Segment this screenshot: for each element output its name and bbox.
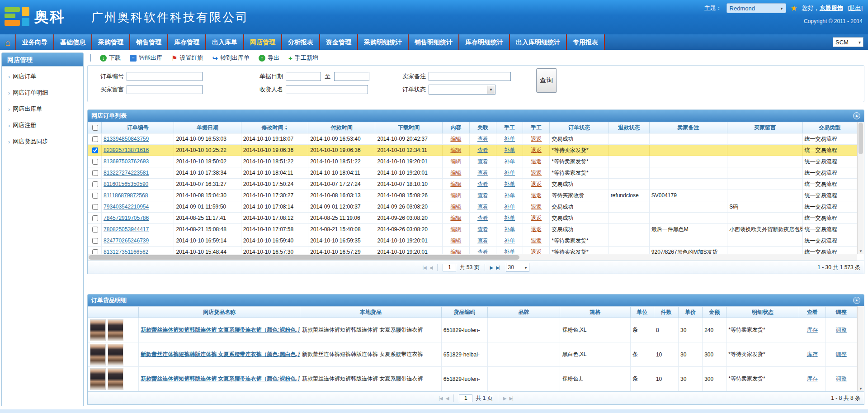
sidebar-item-1[interactable]: ›网店订单	[2, 68, 83, 85]
supplement-link[interactable]: 补单	[504, 181, 515, 187]
view-link[interactable]: 查看	[477, 158, 488, 165]
row-checkbox[interactable]	[92, 170, 98, 176]
return-link[interactable]: 退返	[531, 170, 542, 176]
favorite-star-icon[interactable]: ★	[791, 4, 797, 13]
return-link[interactable]: 退返	[531, 158, 542, 165]
logout-link[interactable]: [退出]	[848, 4, 863, 12]
adjust-link[interactable]: 调整	[836, 327, 847, 333]
return-link[interactable]: 退返	[531, 237, 542, 244]
order-no-link[interactable]: 793403542210954	[104, 204, 149, 210]
product-name-link[interactable]: 新款蕾丝连体裤短裤韩版连体裤 女夏系腰带连衣裤（颜色:黑白色,尺码:	[141, 351, 300, 357]
order-no-input[interactable]	[127, 72, 203, 81]
edit-link[interactable]: 编辑	[450, 147, 461, 153]
nav-tab-12[interactable]: 库存明细统计	[459, 34, 510, 50]
buyer-message-input[interactable]	[127, 85, 203, 94]
scm-select[interactable]: SCM ▾	[833, 37, 863, 47]
scroll-down-icon[interactable]: ▼	[858, 387, 864, 391]
sidebar-item-2[interactable]: ›网店订单明细	[2, 85, 83, 101]
order-no-link[interactable]: 813697503762693	[104, 158, 149, 165]
view-link[interactable]: 查看	[477, 136, 488, 142]
view-link[interactable]: 查看	[477, 204, 488, 210]
order-no-link[interactable]: 813227274223581	[104, 170, 149, 176]
nav-tab-11[interactable]: 销售明细统计	[409, 34, 459, 50]
vertical-scrollbar[interactable]: ▼	[857, 122, 864, 254]
edit-link[interactable]: 编辑	[450, 237, 461, 244]
row-checkbox[interactable]	[92, 204, 98, 210]
row-checkbox[interactable]	[92, 215, 98, 221]
seller-note-input[interactable]	[429, 72, 511, 81]
nav-tab-1[interactable]: 业务向导	[16, 34, 54, 50]
toolbar-download-button[interactable]: ↓下载	[100, 54, 121, 62]
return-link[interactable]: 退返	[531, 215, 542, 221]
nav-tab-2[interactable]: 基础信息	[54, 34, 92, 50]
view-link[interactable]: 查看	[477, 226, 488, 233]
view-link[interactable]: 查看	[477, 249, 488, 254]
scroll-down-icon[interactable]: ▼	[858, 249, 864, 253]
stock-link[interactable]: 库存	[807, 375, 818, 382]
edit-link[interactable]: 编辑	[450, 136, 461, 142]
order-row[interactable]: 8111868798725682014-10-08 15:04:302014-1…	[88, 190, 857, 201]
supplement-link[interactable]: 补单	[504, 158, 515, 165]
horizontal-scrollbar[interactable]	[88, 254, 857, 261]
view-link[interactable]: 查看	[477, 170, 488, 176]
order-row[interactable]: 8247702652467392014-10-10 16:59:142014-1…	[88, 235, 857, 247]
vertical-scrollbar[interactable]: ▼	[857, 306, 864, 391]
nav-tab-8[interactable]: 分析报表	[282, 34, 320, 50]
order-no-link[interactable]: 813127351166562	[104, 249, 148, 254]
order-row[interactable]: 8136975037626932014-10-10 18:50:022014-1…	[88, 156, 857, 167]
return-link[interactable]: 退返	[531, 181, 542, 187]
doc-date-from-input[interactable]	[286, 72, 321, 81]
nav-tab-9[interactable]: 资金管理	[320, 34, 358, 50]
order-no-link[interactable]: 811186879872568	[104, 192, 148, 199]
supplement-link[interactable]: 补单	[504, 215, 515, 221]
toolbar-smart-outbound-button[interactable]: ≡智能出库	[130, 54, 162, 62]
doc-date-to-input[interactable]	[334, 72, 369, 81]
product-name-link[interactable]: 新款蕾丝连体裤短裤韩版连体裤 女夏系腰带连衣裤（颜色:裸粉色,尺码:	[141, 327, 300, 333]
edit-link[interactable]: 编辑	[450, 249, 461, 254]
supplement-link[interactable]: 补单	[504, 204, 515, 210]
order-row[interactable]: 8133948508437592014-10-09 16:53:032014-1…	[88, 133, 857, 145]
sidebar-item-4[interactable]: ›网店注册	[2, 117, 83, 133]
receiver-name-input[interactable]	[286, 85, 368, 94]
view-link[interactable]: 查看	[477, 147, 488, 153]
supplement-link[interactable]: 补单	[504, 147, 515, 153]
next-page-button[interactable]: ▶	[490, 265, 493, 270]
view-link[interactable]: 查看	[477, 237, 488, 244]
adjust-link[interactable]: 调整	[836, 375, 847, 382]
edit-link[interactable]: 编辑	[450, 226, 461, 233]
row-checkbox[interactable]	[92, 249, 98, 254]
toolbar-export-button[interactable]: ↑导出	[259, 54, 279, 62]
return-link[interactable]: 退返	[531, 204, 542, 210]
edit-link[interactable]: 编辑	[450, 204, 461, 210]
supplement-link[interactable]: 补单	[504, 192, 515, 199]
order-no-link[interactable]: 813394850843759	[104, 136, 149, 142]
page-number-input[interactable]	[443, 264, 456, 271]
edit-link[interactable]: 编辑	[450, 170, 461, 176]
home-button[interactable]: ⌂	[0, 34, 16, 50]
page-number-input[interactable]	[459, 394, 472, 402]
toolbar-red-flag-button[interactable]: ⚑设置红旗	[171, 54, 203, 62]
supplement-link[interactable]: 补单	[504, 237, 515, 244]
detail-row[interactable]: 新款蕾丝连体裤短裤韩版连体裤 女夏系腰带连衣裤（颜色:裸粉色,尺码:新款蕾丝连体…	[88, 367, 857, 391]
order-row[interactable]: 7934035422109542014-09-01 11:59:502014-1…	[88, 201, 857, 213]
query-button[interactable]: 查询	[536, 68, 557, 93]
return-link[interactable]: 退返	[531, 136, 542, 142]
toolbar-manual-add-button[interactable]: +手工新增	[288, 54, 318, 62]
row-checkbox[interactable]	[92, 147, 98, 153]
prev-page-button[interactable]: ◀	[446, 396, 449, 401]
nav-tab-3[interactable]: 采购管理	[92, 34, 130, 50]
first-page-button[interactable]: |◀	[422, 265, 426, 270]
supplement-link[interactable]: 补单	[504, 249, 515, 254]
stock-link[interactable]: 库存	[807, 351, 818, 357]
view-link[interactable]: 查看	[477, 215, 488, 221]
order-row[interactable]: 7808250539444172014-08-21 15:08:482014-1…	[88, 224, 857, 235]
row-checkbox[interactable]	[92, 238, 98, 244]
last-page-button[interactable]: ▶|	[496, 265, 500, 270]
sort-icon[interactable]: ▲▼	[284, 125, 288, 130]
edit-link[interactable]: 编辑	[450, 215, 461, 221]
last-page-button[interactable]: ▶|	[509, 396, 513, 401]
order-status-select[interactable]: ▾	[429, 85, 495, 95]
row-checkbox[interactable]	[92, 227, 98, 233]
detail-row[interactable]: 新款蕾丝连体裤短裤韩版连体裤 女夏系腰带连衣裤（颜色:黑白色,尺码:新款蕾丝连体…	[88, 342, 857, 367]
nav-tab-13[interactable]: 出入库明细统计	[510, 34, 567, 50]
